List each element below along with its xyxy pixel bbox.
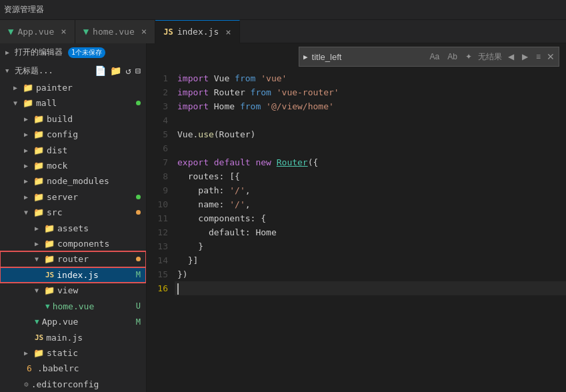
code-line: default: Home [175, 225, 566, 239]
sidebar: ▶ 打开的编辑器 1个未保存 ▼ 无标题... 📄 📁 ↺ ⊟ ▶ 📁 pain… [0, 43, 147, 392]
arrow-icon: ▼ [5, 67, 12, 74]
refresh-icon[interactable]: ↺ [125, 65, 131, 76]
top-bar-title: 资源管理器 [4, 4, 44, 15]
tree-label: node_modules [47, 176, 109, 186]
arrow-icon: ▶ [24, 193, 31, 201]
tree-item-static[interactable]: ▶ 📁 static [0, 345, 146, 361]
tree-label: build [47, 114, 73, 124]
code-editor[interactable]: 1234 5678 9101112 131415 16 import Vue f… [147, 43, 566, 392]
collapse-icon[interactable]: ⊟ [135, 65, 141, 76]
code-content: import Vue from 'vue' import Router from… [175, 70, 566, 392]
search-nav-next[interactable]: ▶ [520, 51, 530, 63]
search-toggle-replace[interactable]: ≡ [534, 51, 543, 63]
tab-bar: ▼ App.vue × ▼ home.vue × JS index.js × [0, 20, 566, 43]
search-close-btn[interactable]: ✕ [547, 51, 555, 62]
tree-item-index-js[interactable]: JS index.js M [0, 267, 146, 283]
folder-icon: 📁 [33, 129, 44, 139]
tree-item-assets[interactable]: ▶ 📁 assets [0, 220, 146, 235]
tree-item-babelrc[interactable]: 6 .babelrc [0, 361, 146, 376]
tree-label: App.vue [42, 317, 79, 327]
opened-editors-label: 打开的编辑器 [15, 47, 63, 58]
search-result: 无结果 [478, 51, 502, 63]
modified-dot [136, 195, 141, 199]
tree-item-main-js[interactable]: JS main.js [0, 329, 146, 345]
tree-label: main.js [46, 333, 83, 343]
arrow-icon: ▼ [13, 99, 20, 107]
tree-item-build[interactable]: ▶ 📁 build [0, 111, 146, 127]
tab-app-vue-label: App.vue [17, 27, 54, 37]
vue-file-icon: ▼ [45, 302, 50, 311]
tree-item-router[interactable]: ▼ 📁 router [0, 251, 146, 267]
tree-label: .editorconfig [31, 379, 99, 389]
tab-home-vue-label: home.vue [93, 27, 135, 37]
tab-app-vue-close[interactable]: × [61, 26, 66, 37]
tree-item-app-vue[interactable]: ▼ App.vue M [0, 314, 146, 329]
tree-item-node-modules[interactable]: ▶ 📁 node_modules [0, 173, 146, 189]
folder-icon: 📁 [44, 239, 55, 249]
search-btn-star[interactable]: ✦ [463, 51, 474, 63]
folder-icon: 📁 [33, 348, 44, 358]
tree-item-components[interactable]: ▶ 📁 components [0, 236, 146, 251]
tab-index-js[interactable]: JS index.js × [155, 20, 240, 43]
top-bar: 资源管理器 [0, 0, 566, 20]
tree-item-painter[interactable]: ▶ 📁 painter [0, 80, 146, 95]
arrow-icon: ▼ [35, 255, 41, 263]
folder-icon: 📁 [33, 161, 44, 171]
tree-label: .babelrc [37, 363, 79, 373]
tree-label: static [47, 348, 78, 358]
tab-home-vue[interactable]: ▼ home.vue × [75, 20, 156, 43]
tab-index-js-close[interactable]: × [225, 27, 231, 37]
tree-label file-name-green: home.vue [53, 301, 95, 311]
vue-icon: ▼ [83, 26, 89, 37]
code-line: import Vue from 'vue' [175, 71, 566, 85]
search-btn-ab[interactable]: Ab [445, 51, 459, 63]
arrow-icon: ▶ [35, 240, 41, 247]
new-file-icon[interactable]: 📄 [95, 65, 106, 76]
vue-icon: ▼ [8, 26, 13, 37]
vue-file-icon: ▼ [35, 317, 39, 326]
tree-item-home-vue[interactable]: ▼ home.vue U [0, 299, 146, 314]
folder-icon: 📁 [33, 192, 44, 202]
search-btn-aa[interactable]: Aa [428, 51, 442, 63]
code-line: }] [175, 253, 566, 267]
arrow-icon: ▶ [13, 84, 20, 91]
tree-item-config[interactable]: ▶ 📁 config [0, 127, 146, 142]
new-folder-icon[interactable]: 📁 [110, 65, 121, 76]
tree-item-editorconfig[interactable]: ⚙ .editorconfig [0, 377, 146, 392]
folder-icon: 📁 [33, 207, 44, 217]
untitled-header[interactable]: ▼ 无标题... 📄 📁 ↺ ⊟ [0, 61, 146, 79]
js-icon: JS [163, 27, 173, 37]
folder-icon: 📁 [33, 114, 44, 124]
tab-home-vue-close[interactable]: × [141, 26, 147, 37]
tree-item-view[interactable]: ▼ 📁 view [0, 283, 146, 298]
arrow-icon: ▶ [24, 115, 31, 123]
tree-item-mock[interactable]: ▶ 📁 mock [0, 158, 146, 173]
code-line: routes: [{ [175, 169, 566, 183]
arrow-icon: ▼ [24, 209, 31, 216]
arrow-icon: ▶ [24, 131, 31, 138]
code-line: } [175, 239, 566, 253]
tree-item-mall[interactable]: ▼ 📁 mall [0, 95, 146, 111]
tree-item-dist[interactable]: ▶ 📁 dist [0, 142, 146, 157]
tree-label: config [47, 129, 78, 139]
tree-label: mall [36, 98, 57, 108]
code-line: name: '/', [175, 197, 566, 211]
arrow-icon: ▼ [35, 287, 41, 294]
git-status: U [136, 301, 141, 311]
main-area: ▶ 打开的编辑器 1个未保存 ▼ 无标题... 📄 📁 ↺ ⊟ ▶ 📁 pain… [0, 43, 566, 392]
tab-app-vue[interactable]: ▼ App.vue × [0, 20, 75, 43]
code-line [175, 141, 566, 155]
arrow-icon: ▶ [24, 147, 31, 154]
arrow-icon: ▶ [35, 225, 41, 232]
search-nav-prev[interactable]: ◀ [506, 51, 516, 63]
tree-label: view [57, 285, 78, 295]
search-input[interactable] [312, 52, 424, 62]
folder-icon: 📁 [33, 176, 44, 186]
opened-editors-header[interactable]: ▶ 打开的编辑器 1个未保存 [0, 43, 146, 61]
tree-item-src[interactable]: ▼ 📁 src [0, 205, 146, 220]
tree-item-server[interactable]: ▶ 📁 server [0, 189, 146, 205]
arrow-icon: ▶ [24, 162, 31, 169]
modified-dot [136, 101, 141, 105]
modified-dot [136, 210, 141, 215]
code-line: Vue.use(Router) [175, 127, 566, 141]
